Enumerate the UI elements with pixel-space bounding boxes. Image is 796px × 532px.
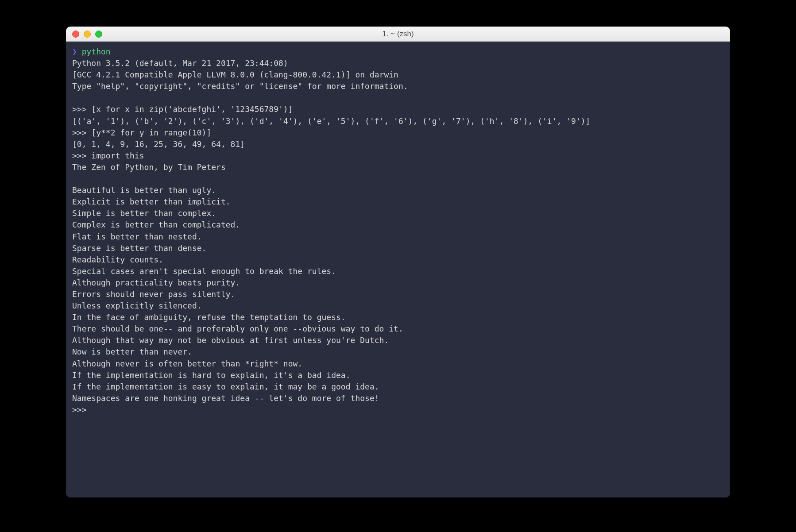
titlebar[interactable]: 1. ~ (zsh) <box>66 27 730 42</box>
shell-prompt-line: ❯ python <box>72 46 724 58</box>
terminal-body[interactable]: ❯ pythonPython 3.5.2 (default, Mar 21 20… <box>66 42 730 497</box>
window-title: 1. ~ (zsh) <box>66 30 730 39</box>
zoom-icon[interactable] <box>95 31 102 38</box>
traffic-lights <box>66 31 102 38</box>
close-icon[interactable] <box>72 31 79 38</box>
terminal-window: 1. ~ (zsh) ❯ pythonPython 3.5.2 (default… <box>66 27 730 497</box>
prompt-arrow-icon: ❯ <box>72 47 77 56</box>
minimize-icon[interactable] <box>84 31 91 38</box>
terminal-output: Python 3.5.2 (default, Mar 21 2017, 23:4… <box>72 58 590 414</box>
shell-command: python <box>82 47 111 56</box>
